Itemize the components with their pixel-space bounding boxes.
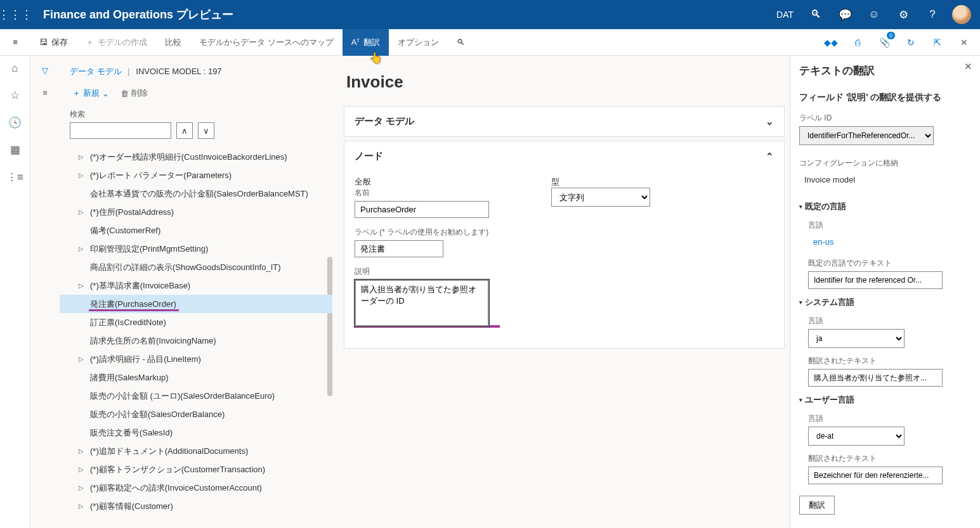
command-bar: ≡ 🖫 保存 ＋ モデルの作成 比較 モデルからデータ ソースへのマップ Aᵀ … (0, 29, 980, 56)
section-data-model-header[interactable]: データ モデル ⌄ (344, 106, 784, 136)
tree-item[interactable]: 訂正票(IsCreditNote) (60, 313, 332, 332)
chevron-right-icon: ▷ (79, 153, 86, 160)
section-data-model: データ モデル ⌄ (344, 106, 785, 137)
filter-icon[interactable]: ▽ (42, 66, 48, 75)
lines-icon[interactable]: ≡ (42, 88, 48, 98)
delete-button[interactable]: 🗑 削除 (121, 87, 148, 99)
help-icon[interactable]: ? (918, 0, 947, 29)
type-label: 型 (551, 176, 716, 188)
default-lang-header[interactable]: ▾ 既定の言語 (799, 201, 971, 212)
system-text-input[interactable] (808, 369, 943, 387)
user-avatar[interactable] (947, 0, 976, 29)
system-lang-select[interactable]: ja (808, 329, 905, 348)
refresh-icon[interactable]: ↻ (901, 33, 920, 52)
settings-icon[interactable]: ⚙ (889, 0, 918, 29)
tree-item[interactable]: ▷(*)追加ドキュメント(AdditionalDocuments) (60, 442, 332, 460)
menu-icon[interactable]: ≡ (0, 37, 30, 47)
page-title: Invoice (346, 72, 785, 92)
tree-item-label: 販売の小計金額 (ユーロ)(SalesOrderBalanceEuro) (90, 390, 275, 402)
chevron-right-icon: ▷ (79, 282, 86, 289)
search-input[interactable] (70, 122, 171, 139)
recent-icon[interactable]: 🕓 (0, 116, 30, 129)
open-icon[interactable]: ⇱ (928, 33, 947, 52)
type-select[interactable]: 文字列 (551, 188, 650, 207)
label-input[interactable] (355, 240, 443, 257)
attachments-icon[interactable]: 📎0 (875, 33, 894, 52)
save-button[interactable]: 🖫 保存 (30, 29, 77, 56)
modules-icon[interactable]: ⋮≡ (0, 171, 30, 184)
tree-item[interactable]: ▷(*)顧客情報(Customer) (60, 497, 332, 515)
search-next-button[interactable]: ∨ (198, 122, 214, 139)
name-input[interactable] (355, 201, 489, 218)
tree-item[interactable]: 諸費用(SalesMarkup) (60, 368, 332, 387)
delete-label: 削除 (131, 87, 148, 99)
tree-item[interactable]: 販売の小計金額(SalesOrderBalance) (60, 405, 332, 423)
cursor-icon: 👆 (369, 51, 382, 65)
office-icon[interactable]: ⎙ (848, 33, 867, 52)
diamond-icon[interactable]: ◆◆ (821, 33, 840, 52)
tree-item[interactable]: 請求先住所の名前(InvoicingName) (60, 332, 332, 350)
tree-item[interactable]: ▷(*)顧客勘定への請求(InvoiceCustomerAccount) (60, 479, 332, 497)
tree-item[interactable]: 備考(CustomerRef) (60, 221, 332, 240)
message-icon[interactable]: 💬 (830, 0, 859, 29)
compare-button[interactable]: 比較 (156, 29, 190, 56)
chevron-right-icon: ▷ (79, 448, 86, 454)
chevron-right-icon: ▷ (79, 503, 86, 510)
chevron-right-icon: ▷ (79, 466, 86, 473)
home-icon[interactable]: ⌂ (0, 62, 30, 75)
translate-action-button[interactable]: 翻訳 (799, 496, 835, 515)
search-icon[interactable]: 🔍︎ (801, 0, 830, 29)
waffle-icon[interactable]: ⋮⋮⋮ (0, 8, 30, 22)
default-text-input[interactable] (808, 271, 943, 289)
search-prev-button[interactable]: ∧ (176, 122, 193, 139)
system-lang-header[interactable]: ▾ システム言語 (799, 297, 971, 308)
tree-item[interactable]: ▷(*)住所(PostalAddress) (60, 203, 332, 221)
tree-item[interactable]: ▷(*)基準請求書(InvoiceBase) (60, 276, 332, 295)
breadcrumb: データ モデル | INVOICE MODEL : 197 (60, 62, 332, 84)
chevron-down-icon: ⌄ (766, 116, 774, 127)
user-lang-header[interactable]: ▾ ユーザー言語 (799, 394, 971, 406)
workspaces-icon[interactable]: ▦ (0, 143, 30, 157)
feedback-icon[interactable]: ☺ (859, 0, 889, 29)
map-model-button[interactable]: モデルからデータ ソースへのマップ (190, 29, 343, 56)
create-model-button[interactable]: ＋ モデルの作成 (77, 29, 156, 56)
chevron-right-icon: ▷ (79, 209, 86, 216)
label-id-select[interactable]: IdentifierForTheReferencedOr... (799, 126, 934, 145)
section-data-model-title: データ モデル (355, 115, 414, 127)
new-button[interactable]: ＋ 新規 ⌄ (72, 87, 109, 99)
search-label: 検索 (70, 109, 332, 120)
close-panel-icon[interactable]: ✕ (964, 61, 972, 72)
scrollbar[interactable] (327, 257, 332, 396)
tree-item-label: (*)基準請求書(InvoiceBase) (90, 280, 190, 292)
favorite-icon[interactable]: ☆ (0, 89, 30, 102)
tree-item[interactable]: 商品割引の詳細の表示(ShowGoodsDiscountInfo_IT) (60, 258, 332, 276)
new-label: 新規 (83, 87, 100, 99)
find-button[interactable]: 🔍︎ (448, 29, 474, 56)
tree-item[interactable]: 会社基本通貨での販売の小計金額(SalesOrderBalanceMST) (60, 184, 332, 203)
tree-item[interactable]: 販売注文番号(SalesId) (60, 423, 332, 442)
user-text-input[interactable] (808, 467, 943, 484)
tree-item-label: 訂正票(IsCreditNote) (90, 317, 166, 328)
tree-item[interactable]: ▷(*)オーダー残請求明細行(CustInvoiceBackorderLines… (60, 148, 332, 166)
tree-item-label: 印刷管理設定(PrintMgmtSetting) (90, 243, 208, 255)
triangle-down-icon: ▾ (799, 299, 802, 306)
section-node-header[interactable]: ノード ⌃ (344, 141, 784, 171)
tree-item-label: (*)顧客トランザクション(CustomerTransaction) (90, 464, 265, 475)
options-button[interactable]: オプション (389, 29, 448, 56)
company-code[interactable]: DAT (769, 10, 801, 20)
default-lang-value[interactable]: en-us (808, 233, 971, 250)
tree-item[interactable]: ▷(*)レポート パラメーター(Parameters) (60, 166, 332, 184)
desc-textarea[interactable]: 購入担当者が割り当てた参照オーダーの ID (355, 280, 489, 326)
tree-item[interactable]: ▷(*)請求明細行 - 品目(LineItem) (60, 350, 332, 368)
breadcrumb-root[interactable]: データ モデル (70, 67, 122, 76)
chevron-right-icon: ▷ (79, 172, 86, 179)
trash-icon: 🗑 (121, 89, 129, 98)
translate-button[interactable]: Aᵀ 翻訳 👆 (343, 29, 389, 56)
tree-item[interactable]: 販売の小計金額 (ユーロ)(SalesOrderBalanceEuro) (60, 387, 332, 405)
tree-item[interactable]: ▷印刷管理設定(PrintMgmtSetting) (60, 240, 332, 258)
user-lang-select[interactable]: de-at (808, 427, 905, 446)
tree-view: ▷(*)オーダー残請求明細行(CustInvoiceBackorderLines… (60, 143, 332, 528)
tree-item[interactable]: ▷(*)顧客トランザクション(CustomerTransaction) (60, 460, 332, 479)
close-icon[interactable]: ✕ (955, 33, 974, 52)
save-icon: 🖫 (39, 37, 48, 47)
